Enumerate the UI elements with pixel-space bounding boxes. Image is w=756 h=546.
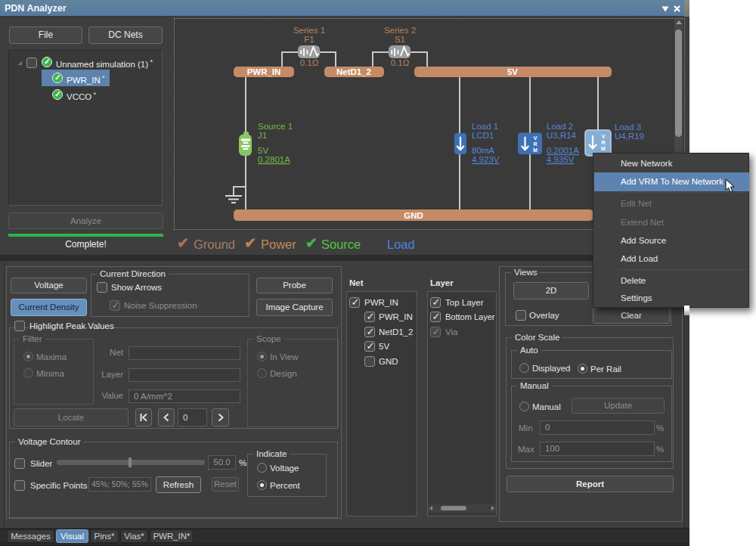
svg-text:R: R	[533, 141, 537, 147]
svg-text:J1: J1	[258, 131, 267, 140]
svg-text:5V: 5V	[507, 67, 518, 76]
svg-text:M: M	[601, 146, 606, 151]
svg-text:M: M	[533, 147, 538, 153]
svg-text:0.1Ω: 0.1Ω	[391, 58, 410, 67]
svg-text:V: V	[534, 135, 538, 141]
svg-text:0.1Ω: 0.1Ω	[300, 58, 319, 67]
svg-text:4.935V: 4.935V	[547, 155, 575, 164]
svg-text:Load 3: Load 3	[615, 123, 641, 132]
svg-text:F1: F1	[304, 35, 314, 44]
svg-text:4.923V: 4.923V	[472, 155, 500, 164]
svg-text:V: V	[602, 134, 606, 139]
svg-text:Source 1: Source 1	[258, 122, 293, 131]
svg-text:5V: 5V	[258, 146, 268, 155]
svg-text:Series 2: Series 2	[384, 26, 416, 35]
svg-text:Load 1: Load 1	[472, 122, 498, 131]
svg-text:R: R	[601, 140, 605, 145]
svg-text:0.2001A: 0.2001A	[547, 146, 579, 155]
svg-text:Load 2: Load 2	[547, 122, 573, 131]
svg-text:NetD1_2: NetD1_2	[336, 67, 371, 76]
svg-text:Series 1: Series 1	[293, 26, 325, 35]
svg-text:U3,R14: U3,R14	[547, 131, 577, 140]
svg-text:S1: S1	[395, 35, 405, 44]
svg-text:GND: GND	[404, 211, 423, 220]
svg-text:80mA: 80mA	[472, 146, 494, 155]
svg-text:LCD1: LCD1	[472, 131, 494, 140]
svg-text:U4,R19: U4,R19	[615, 132, 644, 141]
svg-text:0.2801A: 0.2801A	[258, 155, 290, 164]
svg-text:PWR_IN: PWR_IN	[247, 67, 281, 76]
